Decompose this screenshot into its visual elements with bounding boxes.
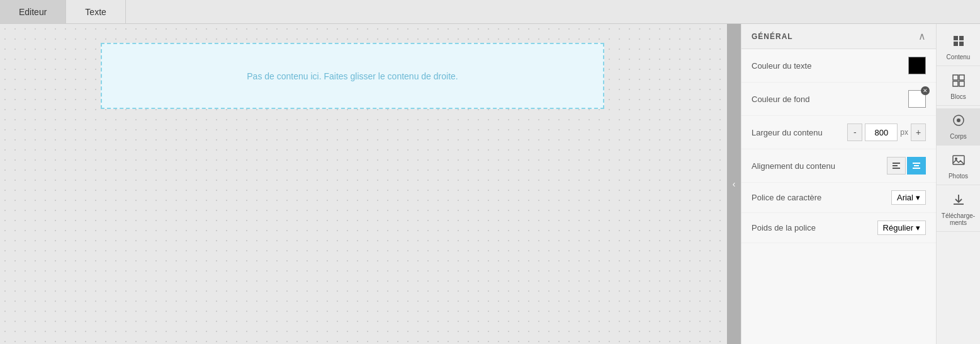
sidebar-item-blocs-label: Blocs xyxy=(950,93,966,100)
align-center-button[interactable] xyxy=(907,157,926,175)
align-left-button[interactable] xyxy=(887,157,906,175)
svg-rect-0 xyxy=(893,163,900,164)
police-select[interactable]: Arial ▾ xyxy=(891,190,926,205)
tab-editeur[interactable]: Editeur xyxy=(0,0,66,23)
largeur-minus-button[interactable]: - xyxy=(847,123,862,141)
largeur-plus-button[interactable]: + xyxy=(911,123,926,141)
couleur-fond-label: Couleur de fond xyxy=(752,95,810,104)
svg-rect-5 xyxy=(913,168,920,169)
drop-zone-text: Pas de contenu ici. Faites glisser le co… xyxy=(247,71,458,81)
couleur-texte-swatch[interactable] xyxy=(908,57,926,74)
svg-rect-9 xyxy=(959,42,964,46)
police-row: Police de caractère Arial ▾ xyxy=(741,183,936,213)
svg-rect-11 xyxy=(959,75,964,80)
sidebar-item-photos-label: Photos xyxy=(949,173,968,180)
sidebar-item-photos[interactable]: Photos xyxy=(937,148,980,185)
largeur-contenu-row: Largeur du contenu - px + xyxy=(741,116,936,149)
police-label: Police de caractère xyxy=(752,193,821,202)
svg-rect-7 xyxy=(959,36,964,40)
panel-section-title: GÉNÉRAL xyxy=(752,32,793,41)
sidebar-item-blocs[interactable]: Blocs xyxy=(937,69,980,106)
drop-zone[interactable]: Pas de contenu ici. Faites glisser le co… xyxy=(101,43,604,109)
svg-rect-10 xyxy=(953,75,958,80)
icon-sidebar: Contenu Blocs Corps xyxy=(936,24,980,344)
blocs-icon xyxy=(952,74,966,91)
sidebar-item-corps[interactable]: Corps xyxy=(937,108,980,146)
sidebar-item-telechargements-label: Télécharge­ments xyxy=(939,212,977,226)
svg-rect-13 xyxy=(959,81,964,86)
telechargements-icon xyxy=(952,193,966,210)
top-tabs: Editeur Texte xyxy=(0,0,980,24)
panel-section-header: GÉNÉRAL ∧ xyxy=(741,24,936,49)
sidebar-item-contenu-label: Contenu xyxy=(947,54,971,60)
svg-rect-6 xyxy=(954,36,958,40)
canvas-area: Pas de contenu ici. Faites glisser le co… xyxy=(0,24,727,344)
contenu-icon xyxy=(952,34,966,51)
poids-row: Poids de la police Régulier ▾ xyxy=(741,213,936,243)
corps-icon xyxy=(952,113,966,130)
sidebar-item-contenu[interactable]: Contenu xyxy=(937,29,980,66)
tab-texte[interactable]: Texte xyxy=(66,0,125,23)
svg-rect-1 xyxy=(893,165,898,166)
right-panel: GÉNÉRAL ∧ Couleur du texte Couleur de fo… xyxy=(741,24,936,344)
main-area: Pas de contenu ici. Faites glisser le co… xyxy=(0,24,980,344)
poids-select-chevron: ▾ xyxy=(916,223,920,232)
couleur-fond-row: Couleur de fond ✕ xyxy=(741,83,936,116)
panel-section-toggle[interactable]: ∧ xyxy=(918,30,926,42)
sidebar-item-telechargements[interactable]: Télécharge­ments xyxy=(937,188,980,232)
largeur-contenu-label: Largeur du contenu xyxy=(752,128,823,137)
svg-rect-4 xyxy=(914,165,919,166)
photos-icon xyxy=(952,153,966,170)
couleur-fond-clear[interactable]: ✕ xyxy=(921,86,930,95)
couleur-fond-control: ✕ xyxy=(908,90,926,108)
align-center-icon xyxy=(912,161,921,170)
poids-select[interactable]: Régulier ▾ xyxy=(877,221,926,235)
svg-rect-12 xyxy=(953,81,958,86)
largeur-input[interactable] xyxy=(865,123,898,141)
poids-label: Poids de la police xyxy=(752,223,816,232)
svg-rect-3 xyxy=(913,163,920,164)
largeur-unit: px xyxy=(900,128,908,137)
alignement-row: Alignement du contenu xyxy=(741,149,936,183)
alignement-label: Alignement du contenu xyxy=(752,161,835,171)
collapse-handle[interactable]: ‹ xyxy=(727,24,741,344)
couleur-texte-row: Couleur du texte xyxy=(741,49,936,83)
svg-rect-8 xyxy=(954,42,958,46)
couleur-texte-label: Couleur du texte xyxy=(752,61,811,71)
svg-rect-2 xyxy=(893,168,900,169)
align-left-icon xyxy=(892,161,901,170)
largeur-control: - px + xyxy=(847,123,926,141)
svg-point-15 xyxy=(957,118,960,122)
sidebar-item-corps-label: Corps xyxy=(950,133,967,140)
font-select-chevron: ▾ xyxy=(916,193,920,202)
alignement-control xyxy=(887,157,926,175)
